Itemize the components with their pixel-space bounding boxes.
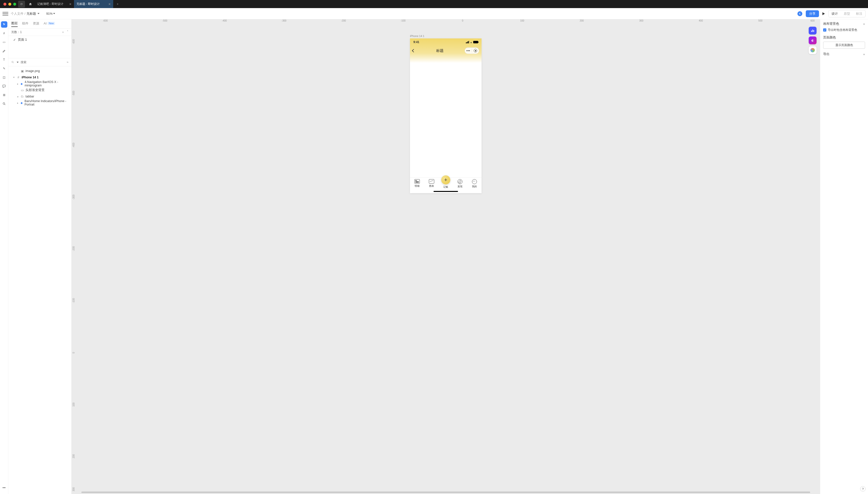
ruler-tick: -400 <box>222 19 227 22</box>
rect-icon <box>21 88 24 92</box>
tab-annotate[interactable]: 标注 <box>853 10 865 17</box>
chevron-down-icon[interactable] <box>17 62 19 63</box>
ruler-tick: 0 <box>72 351 75 355</box>
tab-me[interactable]: 我的 <box>467 178 482 188</box>
components-icon[interactable]: ⊞ <box>1 92 7 98</box>
component-icon <box>20 82 23 86</box>
breadcrumb-sep: / <box>24 12 25 15</box>
include-bg-row[interactable]: 导出时包含画布背景色 <box>823 28 865 32</box>
browser-tab-2[interactable]: 无标题 - 即时设计 ✕ <box>74 0 113 8</box>
close-icon[interactable]: ✕ <box>108 2 111 6</box>
breadcrumb[interactable]: 个人文件 / 无标题 <box>11 12 39 16</box>
tab-assets[interactable]: 资源 <box>33 21 39 27</box>
plugin-palette-icon[interactable] <box>809 46 816 54</box>
window-close[interactable] <box>3 3 6 6</box>
layer-label: 头部渐变背景 <box>25 88 44 92</box>
pen-tool-icon[interactable] <box>1 48 7 54</box>
artboard-label[interactable]: iPhone 14 1 <box>410 35 424 37</box>
search-tool-icon[interactable] <box>1 101 7 107</box>
ruler-corner <box>72 19 75 23</box>
ruler-tick: -200 <box>341 19 346 22</box>
tab-layers[interactable]: 图层 <box>11 21 18 27</box>
move-tool-icon[interactable] <box>1 21 7 28</box>
text-tool-icon[interactable]: T <box>1 57 7 63</box>
status-time: 9:41 <box>413 40 419 44</box>
layer-row-nav[interactable]: 4.Navigation Bar/IOS X - miniprogram <box>9 80 70 87</box>
add-icon[interactable]: + <box>863 52 865 56</box>
comment-tool-icon[interactable]: 💬 <box>1 83 7 89</box>
pencil-tool-icon[interactable]: ✎ <box>1 65 7 72</box>
chevron-down-icon <box>53 13 55 14</box>
window-maximize[interactable] <box>13 3 16 6</box>
caret-icon[interactable] <box>17 101 19 104</box>
zoom-control[interactable]: 91% <box>46 12 55 15</box>
miniprogram-capsule[interactable] <box>465 48 479 54</box>
plugin-swirl-icon[interactable]: ◐ <box>809 37 816 44</box>
artboard-iphone[interactable]: 9:41 标题 <box>410 38 482 193</box>
check-icon <box>13 38 16 42</box>
search-input[interactable] <box>21 60 65 64</box>
section-title: 页面颜色 <box>823 36 836 40</box>
avatar[interactable]: K <box>797 11 802 16</box>
ruler-tick: -300 <box>282 19 287 22</box>
canvas-scrollbar[interactable] <box>82 492 810 493</box>
ruler-tick: 200 <box>580 19 584 22</box>
add-icon[interactable]: + <box>863 22 865 26</box>
plugin-chart-icon[interactable] <box>809 27 816 35</box>
tab-discover[interactable]: 发现 <box>453 178 467 188</box>
page-row[interactable]: 页面 1 <box>8 36 71 43</box>
slice-tool-icon[interactable]: ◫ <box>1 74 7 80</box>
svg-point-1 <box>12 61 13 63</box>
right-panel: 画布背景色 + 导出时包含画布背景色 页面颜色 显示页面颜色 导出 + <box>820 19 868 494</box>
plus-fab-icon[interactable] <box>441 175 450 185</box>
window-minimize[interactable] <box>8 3 11 6</box>
close-target-icon[interactable] <box>472 49 479 52</box>
tab-chart[interactable]: 图表 <box>424 178 438 188</box>
collapse-icon[interactable]: ˄ <box>67 30 68 34</box>
menu-icon[interactable] <box>2 11 8 17</box>
browser-tab-1[interactable]: 记账簿吧 - 即时设计 ✕ <box>35 0 74 8</box>
layer-row-tabbar[interactable]: tabbar <box>9 93 70 100</box>
close-icon[interactable]: ✕ <box>69 2 72 6</box>
tab-design[interactable]: 设计 <box>829 10 841 17</box>
menu-dots-icon[interactable] <box>465 49 472 52</box>
frame-tool-icon[interactable]: # <box>1 30 7 37</box>
share-button[interactable]: 分享 <box>806 10 819 17</box>
checkbox-checked-icon[interactable] <box>823 28 826 32</box>
canvas[interactable]: -600 -500 -400 -300 -200 -100 0 100 200 … <box>72 19 820 494</box>
collapse-icon[interactable]: ≈ <box>67 60 68 64</box>
signal-icon <box>466 41 469 43</box>
caret-icon[interactable] <box>17 95 19 98</box>
tab-add[interactable]: 记账 <box>439 174 453 189</box>
export-header: 导出 + <box>823 52 865 56</box>
more-icon[interactable]: ••• <box>1 485 7 491</box>
caret-icon[interactable] <box>13 76 15 79</box>
tool-rail: # ▭ T ✎ ◫ 💬 ⊞ ••• <box>0 19 8 494</box>
rectangle-tool-icon[interactable]: ▭ <box>1 39 7 45</box>
layer-row-frame[interactable]: iPhone 14 1 <box>9 74 70 80</box>
add-page-icon[interactable]: ＋ <box>61 30 65 34</box>
tab-ai[interactable]: AI New <box>43 21 55 26</box>
tab-components[interactable]: 组件 <box>22 21 29 27</box>
ruler-tick: 0 <box>462 19 464 22</box>
chevron-down-icon[interactable] <box>37 13 39 14</box>
ruler-tick: -200 <box>72 247 75 251</box>
help-icon[interactable]: ? <box>860 486 866 492</box>
tab-detail[interactable]: 明细 <box>410 178 424 188</box>
layer-row-image[interactable]: image.png <box>9 68 70 74</box>
home-icon[interactable] <box>27 1 34 7</box>
reload-icon[interactable]: ⟳ <box>18 1 25 7</box>
show-page-color-button[interactable]: 显示页面颜色 <box>823 42 865 49</box>
image-icon <box>21 69 24 73</box>
tab-prototype[interactable]: 原型 <box>841 10 853 17</box>
page-color-header: 页面颜色 <box>823 36 865 40</box>
new-tab-icon[interactable]: ＋ <box>114 1 121 7</box>
ruler-tick: -400 <box>72 144 75 148</box>
search-icon <box>11 61 14 64</box>
ruler-tick: 100 <box>520 19 524 22</box>
layer-row-gradient[interactable]: 头部渐变背景 <box>9 87 70 93</box>
back-icon[interactable] <box>412 49 415 52</box>
layer-row-homeind[interactable]: Bars/Home Indicators/iPhone - Portrait <box>9 100 70 106</box>
caret-icon[interactable] <box>17 82 19 85</box>
play-icon[interactable] <box>822 12 825 15</box>
